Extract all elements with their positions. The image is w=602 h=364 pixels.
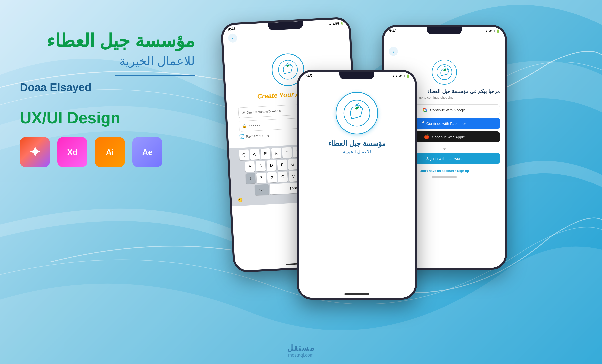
watermark-domain: mostaql.com — [287, 353, 315, 358]
left-panel: مؤسسة جيل العطاء للاعمال الخيرية Doaa El… — [20, 30, 195, 167]
facebook-icon: f — [422, 121, 424, 126]
phone2-time: 1:45 — [304, 74, 312, 78]
watermark: مستقل mostaql.com — [287, 343, 315, 358]
key-x[interactable]: X — [267, 172, 277, 183]
phone1-status-icons: ▲ WiFi 🔋 — [328, 22, 344, 26]
key-c[interactable]: C — [278, 171, 288, 182]
phone2-side-btn2 — [297, 134, 298, 159]
login-back-btn[interactable]: ‹ — [389, 47, 398, 56]
phones-container: 9:41 ▲ WiFi 🔋 ‹ — [202, 0, 602, 364]
phone1-time: 9:41 — [228, 27, 236, 32]
google-icon — [423, 108, 428, 112]
svg-point-8 — [445, 66, 446, 66]
key-t[interactable]: T — [282, 147, 292, 158]
svg-point-5 — [358, 103, 359, 104]
phone2-side-btn3 — [416, 122, 417, 137]
app-home-screen: مؤسسة جيل العطاء للاعمال الخيرية — [299, 79, 415, 159]
apple-icon: 🍎 — [424, 134, 430, 140]
key-s[interactable]: S — [256, 161, 266, 172]
phone3-status-icons: ▲ WiFi 🔋 — [485, 29, 500, 33]
svg-point-0 — [278, 60, 298, 80]
key-d[interactable]: D — [266, 160, 276, 171]
key-r[interactable]: R — [271, 148, 281, 159]
phone3-home-indicator — [432, 176, 457, 178]
tools-row: ✦ Xd Ai Ae — [20, 137, 195, 167]
ae-icon[interactable]: Ae — [132, 137, 162, 167]
phone3-side-btn3 — [506, 77, 507, 92]
key-q[interactable]: Q — [239, 149, 249, 160]
key-e[interactable]: E — [260, 148, 270, 159]
phone2-screen: 1:45 ▲▲ WiFi 🔋 — [299, 72, 415, 298]
svg-point-7 — [444, 66, 445, 67]
svg-point-2 — [288, 63, 289, 63]
svg-point-4 — [356, 104, 358, 105]
hand-leaf-svg2 — [343, 99, 371, 127]
author-name: Doaa Elsayed — [20, 81, 195, 94]
key-w[interactable]: W — [250, 149, 260, 160]
ai-icon[interactable]: Ai — [95, 137, 125, 167]
phone2-status-icons: ▲▲ WiFi 🔋 — [392, 74, 410, 78]
signup-link-btn[interactable]: Sign up — [457, 169, 469, 173]
phone2: 1:45 ▲▲ WiFi 🔋 — [297, 70, 417, 300]
phone3-time: 9:41 — [389, 29, 397, 33]
login-logo — [432, 60, 457, 85]
phone2-side-btn1 — [297, 117, 298, 132]
ux-ui-label: UX/UI Design — [20, 109, 195, 127]
key-g[interactable]: G — [288, 159, 298, 170]
key-z[interactable]: Z — [256, 173, 266, 183]
subtitle: للاعمال الخيرية — [20, 54, 195, 68]
key-shift[interactable]: ⇧ — [246, 173, 256, 184]
phone2-home-indicator — [344, 293, 370, 295]
key-a[interactable]: A — [245, 161, 255, 172]
divider — [115, 75, 195, 76]
xd-icon[interactable]: Xd — [58, 137, 88, 167]
app-name-arabic: مؤسسة جيل العطاء — [328, 139, 386, 148]
app-sub-arabic: للاعمال الخيرية — [343, 149, 371, 154]
phone1-side-btn1 — [222, 70, 225, 85]
key-123[interactable]: 123 — [255, 184, 269, 195]
phone1-side-btn2 — [224, 88, 226, 113]
phone2-notch — [340, 72, 374, 79]
main-title: مؤسسة جيل العطاء — [20, 30, 195, 51]
watermark-arabic: مستقل — [287, 343, 315, 353]
phone3-notch — [427, 27, 462, 34]
app-logo2 — [336, 92, 378, 134]
key-f[interactable]: F — [277, 159, 287, 170]
figma-icon[interactable]: ✦ — [20, 137, 50, 167]
hand-leaf-svg3 — [436, 64, 453, 80]
hand-leaf-svg1 — [278, 59, 298, 80]
